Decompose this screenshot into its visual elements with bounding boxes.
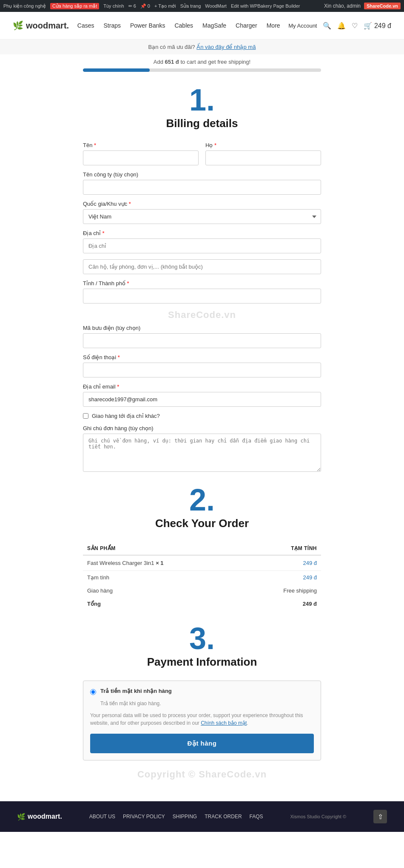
privacy-notice: Your personal data will be used to proce… xyxy=(90,712,314,727)
footer-nav: ABOUT US PRIVACY POLICY SHIPPING TRACK O… xyxy=(89,814,263,820)
progress-bar-wrap xyxy=(83,68,321,72)
wishlist-icon[interactable]: ♡ xyxy=(352,22,358,30)
ship-different-checkbox[interactable] xyxy=(83,413,88,419)
site-header: 🌿 woodmart. Cases Straps Power Banks Cab… xyxy=(0,12,404,40)
address-input[interactable] xyxy=(83,238,321,253)
search-icon[interactable]: 🔍 xyxy=(323,22,331,30)
postcode-input[interactable] xyxy=(83,333,321,348)
pins-link[interactable]: 📌 0 xyxy=(140,3,150,9)
city-input[interactable] xyxy=(83,289,321,304)
address-row: Địa chỉ * xyxy=(83,230,321,253)
notes-row: Ghi chú đơn hàng (tùy chọn) xyxy=(83,425,321,472)
company-input[interactable] xyxy=(83,180,321,195)
phone-label: Số điện thoại * xyxy=(83,354,321,360)
address2-input[interactable] xyxy=(83,259,321,274)
cart-icon[interactable]: 🛒 249 đ xyxy=(364,22,391,30)
sharecode-logo: ShareCode.vn xyxy=(364,3,401,9)
payment-desc: Trả tiền mặt khi giao hàng. xyxy=(90,701,314,706)
store-status-badge: Cửa hàng sắp ra mắt xyxy=(50,3,99,9)
total-value: 249 đ xyxy=(242,597,321,610)
last-name-label: Họ * xyxy=(205,142,321,148)
logo-icon: 🌿 xyxy=(13,20,23,31)
required-asterisk: * xyxy=(94,142,96,148)
footer-logo-text: woodmart. xyxy=(28,813,62,820)
country-select[interactable]: Việt Nam xyxy=(83,209,321,224)
step2-title: Check Your Order xyxy=(83,517,321,530)
address2-row xyxy=(83,259,321,274)
nav-charger[interactable]: Charger xyxy=(236,22,257,29)
footer-privacy[interactable]: PRIVACY POLICY xyxy=(123,814,165,820)
nav-magsafe[interactable]: MagSafe xyxy=(202,22,226,29)
watermark-1: ShareCode.vn xyxy=(83,309,321,321)
required-asterisk5: * xyxy=(127,280,129,286)
nav-power-banks[interactable]: Power Banks xyxy=(130,22,165,29)
address-label: Địa chỉ * xyxy=(83,230,321,236)
admin-bar-left: Phụ kiện công nghệ Cửa hàng sắp ra mắt T… xyxy=(3,3,300,9)
country-row: Quốc gia/Khu vực * Việt Nam xyxy=(83,201,321,224)
email-input[interactable] xyxy=(83,392,321,407)
address-group: Địa chỉ * xyxy=(83,230,321,253)
postcode-group: Mã bưu điện (tùy chọn) xyxy=(83,325,321,348)
watermark-2: Copyright © ShareCode.vn xyxy=(83,769,321,780)
shipping-label: Giao hàng xyxy=(83,584,242,597)
cod-radio[interactable] xyxy=(90,689,96,695)
company-group: Tên công ty (tùy chọn) xyxy=(83,171,321,195)
admin-bar: Phụ kiện công nghệ Cửa hàng sắp ra mắt T… xyxy=(0,0,404,12)
nav-cases[interactable]: Cases xyxy=(77,22,94,29)
progress-text: Add 651 đ to cart and get free shipping! xyxy=(154,59,250,65)
promo-link[interactable]: Ấn vào đây để nhập mã xyxy=(196,44,256,50)
progress-section: Add 651 đ to cart and get free shipping! xyxy=(74,54,330,80)
order-table: SẢN PHẨM TẠM TÍNH Fast Wireless Charger … xyxy=(83,542,321,610)
comments-link[interactable]: ✏ 6 xyxy=(128,3,136,9)
nav-more[interactable]: More xyxy=(267,22,280,29)
city-row: Tỉnh / Thành phố * xyxy=(83,280,321,304)
first-name-input[interactable] xyxy=(83,150,199,165)
last-name-input[interactable] xyxy=(205,150,321,165)
footer-logo: 🌿 woodmart. xyxy=(17,813,62,821)
footer-about[interactable]: ABOUT US xyxy=(89,814,115,820)
required-asterisk6: * xyxy=(118,354,120,360)
country-group: Quốc gia/Khu vực * Việt Nam xyxy=(83,201,321,224)
edit-page-link[interactable]: Sửa trang xyxy=(180,3,201,9)
cod-label: Trả tiền mặt khi nhận hàng xyxy=(100,688,172,694)
site-logo[interactable]: 🌿 woodmart. xyxy=(13,20,69,31)
step3-number: 3. xyxy=(83,623,321,654)
footer-track[interactable]: TRACK ORDER xyxy=(205,814,242,820)
nav-cables[interactable]: Cables xyxy=(174,22,193,29)
place-order-button[interactable]: Đặt hàng xyxy=(90,734,314,753)
wpbakery-link[interactable]: Edit with WPBakery Page Builder xyxy=(231,3,300,9)
first-name-label: Tên * xyxy=(83,142,199,148)
site-footer: 🌿 woodmart. ABOUT US PRIVACY POLICY SHIP… xyxy=(0,801,404,832)
payment-option: Trả tiền mặt khi nhận hàng xyxy=(90,688,314,696)
shipping-value: Free shipping xyxy=(242,584,321,597)
create-new-link[interactable]: + Tạo mới xyxy=(154,3,176,9)
woodmart-theme-link[interactable]: WoodMart xyxy=(205,3,227,9)
product-name-cell: Fast Wireless Charger 3in1 × 1 xyxy=(83,555,242,571)
footer-faqs[interactable]: FAQS xyxy=(250,814,263,820)
nav-straps[interactable]: Straps xyxy=(104,22,121,29)
shipping-row: Giao hàng Free shipping xyxy=(83,584,321,597)
privacy-policy-link[interactable]: Chính sách bảo mật xyxy=(201,720,247,726)
my-account-link[interactable]: My Account xyxy=(288,23,317,29)
first-name-group: Tên * xyxy=(83,142,199,165)
required-asterisk2: * xyxy=(214,142,216,148)
phone-group: Số điện thoại * xyxy=(83,354,321,377)
footer-copyright: Xismos Studio Copyright © xyxy=(290,814,346,819)
required-asterisk7: * xyxy=(117,383,119,390)
logo-text: woodmart. xyxy=(26,21,69,31)
scroll-top-button[interactable]: ⇧ xyxy=(373,810,387,823)
customize-link[interactable]: Tùy chính xyxy=(103,3,124,9)
admin-greeting: Xin chào, admin xyxy=(324,3,361,9)
phone-input[interactable] xyxy=(83,363,321,377)
col-subtotal-header: TẠM TÍNH xyxy=(242,542,321,555)
notes-group: Ghi chú đơn hàng (tùy chọn) xyxy=(83,425,321,472)
step1-number: 1. xyxy=(83,85,321,115)
footer-shipping[interactable]: SHIPPING xyxy=(173,814,197,820)
notes-textarea[interactable] xyxy=(83,434,321,472)
phone-row: Số điện thoại * xyxy=(83,354,321,377)
notifications-icon[interactable]: 🔔 xyxy=(337,22,346,30)
payment-box: Trả tiền mặt khi nhận hàng Trả tiền mặt … xyxy=(83,681,321,760)
email-row: Địa chỉ email * xyxy=(83,383,321,407)
site-link[interactable]: Phụ kiện công nghệ xyxy=(3,3,46,9)
required-asterisk4: * xyxy=(102,230,105,236)
